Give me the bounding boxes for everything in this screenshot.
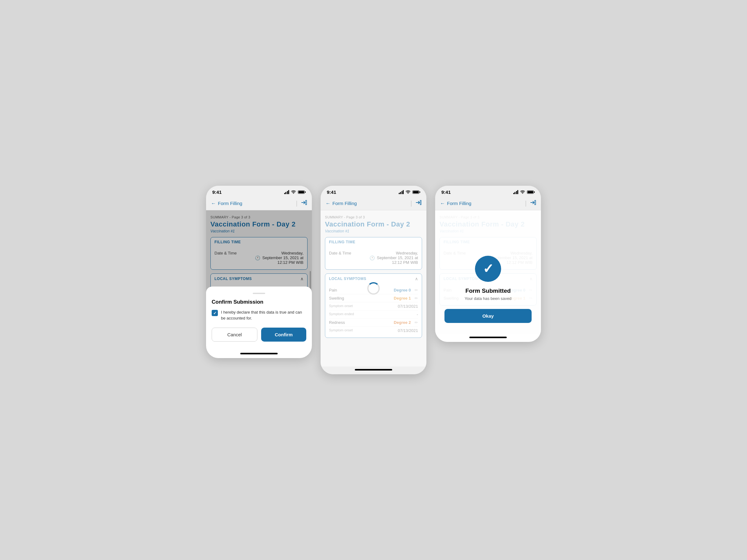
status-icons-3 <box>513 190 535 194</box>
phone-content-3: SUMMARY - Page 3 of 3 Vaccination Form -… <box>435 210 541 334</box>
home-bar-3 <box>469 337 507 338</box>
battery-icon-2 <box>412 190 420 194</box>
nav-action-icon-1[interactable] <box>301 200 307 207</box>
status-icons-1 <box>284 190 306 194</box>
signal-icon-1 <box>284 190 289 194</box>
sheet-title-1: Confirm Submission <box>212 299 306 305</box>
nav-bar-2: ← Form Filling | <box>320 197 427 210</box>
back-button-2[interactable]: ← Form Filling <box>326 201 407 206</box>
status-time-2: 9:41 <box>327 189 336 195</box>
nav-bar-3: ← Form Filling | <box>435 197 541 210</box>
wifi-icon-3 <box>520 190 525 194</box>
battery-icon-1 <box>298 190 306 194</box>
checkbox-text-1: I hereby declare that this data is true … <box>221 310 306 321</box>
sheet-handle-1 <box>253 293 265 294</box>
success-sub-3: Your data has been saved <box>465 296 512 301</box>
home-indicator-3 <box>435 334 541 342</box>
checkbox-1[interactable]: ✓ <box>212 310 218 316</box>
nav-divider-1: | <box>296 200 298 207</box>
phone-content-1: SUMMARY - Page 3 of 3 Vaccination Form -… <box>206 210 312 350</box>
success-title-3: Form Submitted <box>465 288 511 294</box>
nav-divider-2: | <box>411 200 412 207</box>
battery-icon-3 <box>527 190 535 194</box>
signal-icon-2 <box>399 190 404 194</box>
status-time-1: 9:41 <box>212 189 222 195</box>
bottom-sheet-overlay-1: Confirm Submission ✓ I hereby declare th… <box>206 210 312 350</box>
sheet-buttons-1: Cancel Confirm <box>212 328 306 342</box>
back-arrow-3: ← <box>440 201 445 206</box>
confirm-button-1[interactable]: Confirm <box>261 328 306 342</box>
phone-content-2: SUMMARY - Page 3 of 3 Vaccination Form -… <box>320 210 427 367</box>
cancel-button-1[interactable]: Cancel <box>212 328 257 342</box>
success-overlay-3: ✓ Form Submitted Your data has been save… <box>435 210 541 334</box>
screen-3-success: 9:41 ← Form Filling <box>435 186 541 342</box>
nav-bar-1: ← Form Filling | <box>206 197 312 210</box>
success-circle-3: ✓ <box>475 256 501 282</box>
okay-button-3[interactable]: Okay <box>444 309 532 323</box>
checkbox-row-1[interactable]: ✓ I hereby declare that this data is tru… <box>212 310 306 321</box>
back-label-3: Form Filling <box>447 201 471 206</box>
back-label-1: Form Filling <box>218 201 242 206</box>
wifi-icon-2 <box>406 190 411 194</box>
loading-overlay-2 <box>320 210 427 367</box>
back-button-1[interactable]: ← Form Filling <box>211 201 293 206</box>
home-indicator-1 <box>206 350 312 358</box>
nav-action-icon-2[interactable] <box>415 200 421 207</box>
nav-action-icon-3[interactable] <box>530 200 536 207</box>
status-bar-1: 9:41 <box>206 186 312 197</box>
signal-icon-3 <box>513 190 518 194</box>
wifi-icon-1 <box>291 190 296 194</box>
screens-container: 9:41 ← Form Filli <box>206 186 541 374</box>
spinner-2 <box>367 282 380 295</box>
back-arrow-1: ← <box>211 201 216 206</box>
back-button-3[interactable]: ← Form Filling <box>440 201 522 206</box>
home-bar-1 <box>240 353 278 354</box>
home-bar-2 <box>355 369 392 371</box>
success-check-icon-3: ✓ <box>483 262 494 275</box>
bottom-sheet-1: Confirm Submission ✓ I hereby declare th… <box>206 287 312 350</box>
home-indicator-2 <box>320 367 427 374</box>
status-icons-2 <box>399 190 420 194</box>
screen-1-confirm: 9:41 ← Form Filli <box>206 186 312 358</box>
screen-2-loading: 9:41 ← Form Filling <box>320 186 427 374</box>
back-arrow-2: ← <box>326 201 331 206</box>
back-label-2: Form Filling <box>332 201 357 206</box>
status-bar-2: 9:41 <box>320 186 427 197</box>
status-time-3: 9:41 <box>441 189 451 195</box>
status-bar-3: 9:41 <box>435 186 541 197</box>
nav-divider-3: | <box>525 200 526 207</box>
